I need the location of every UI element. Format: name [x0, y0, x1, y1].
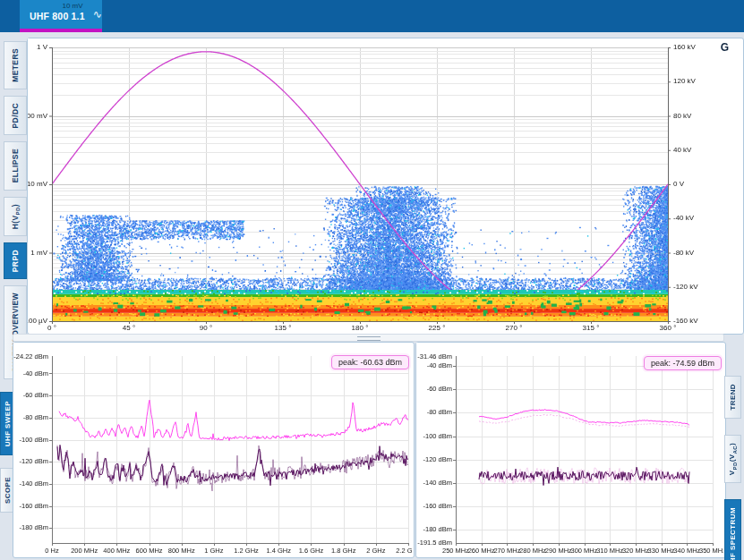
- left-tab-rail: METERS PD/DC ELLIPSE H(VPD) PRPD SYSTEM …: [3, 41, 27, 379]
- tab-meters[interactable]: METERS: [4, 41, 27, 89]
- tab-vpd-vac-label: VPD(VAC): [728, 443, 738, 475]
- top-toolbar: 10 mV UHF 800 1.1 ∿: [0, 0, 744, 32]
- uhf-spectrum-chart-canvas[interactable]: [416, 343, 723, 556]
- tab-uhf-spectrum-label: UHF SPECTRUM: [729, 507, 737, 560]
- uhf-sweep-panel: peak: -60.63 dBm: [13, 342, 415, 558]
- prpd-chart-canvas[interactable]: [28, 38, 741, 332]
- channel-tab-label: UHF 800 1.1: [30, 11, 85, 21]
- uhf-spectrum-panel: peak: -74.59 dBm: [415, 342, 726, 558]
- axis-group-label: G: [721, 41, 729, 54]
- tab-trend[interactable]: TREND: [724, 376, 741, 419]
- tab-scope-label: SCOPE: [4, 477, 12, 504]
- right-tab-rail: TREND VPD(VAC) UHF SPECTRUM: [724, 342, 744, 560]
- tab-vpd-vac[interactable]: VPD(VAC): [724, 435, 741, 483]
- tab-ellipse[interactable]: ELLIPSE: [4, 141, 27, 190]
- sweep-peak-readout: peak: -60.63 dBm: [331, 355, 409, 369]
- prpd-panel: G: [27, 38, 744, 335]
- horizontal-splitter[interactable]: [13, 334, 724, 342]
- tab-meters-label: METERS: [11, 48, 20, 82]
- tab-trend-label: TREND: [729, 384, 737, 411]
- bottom-left-tab-rail: UHF SWEEP SCOPE: [0, 342, 13, 513]
- tab-pd-dc[interactable]: PD/DC: [4, 96, 27, 135]
- tab-prpd-label: PRPD: [11, 250, 20, 272]
- tab-uhf-spectrum[interactable]: UHF SPECTRUM: [724, 499, 741, 560]
- tab-hvpd[interactable]: H(VPD): [4, 197, 27, 236]
- channel-range-value: 10 mV: [20, 0, 102, 10]
- spectrum-peak-readout: peak: -74.59 dBm: [644, 356, 722, 370]
- channel-tab-uhf800[interactable]: 10 mV UHF 800 1.1 ∿: [20, 0, 102, 32]
- tab-ellipse-label: ELLIPSE: [11, 148, 20, 182]
- tab-uhf-sweep-label: UHF SWEEP: [4, 401, 12, 446]
- application-window: 10 mV UHF 800 1.1 ∿ METERS PD/DC ELLIPSE…: [0, 0, 744, 560]
- tab-pd-dc-label: PD/DC: [11, 103, 20, 128]
- tab-prpd[interactable]: PRPD: [4, 242, 27, 279]
- tab-hvpd-label: H(VPD): [11, 204, 21, 229]
- uhf-sweep-chart-canvas[interactable]: [13, 343, 412, 556]
- sine-wave-icon: ∿: [93, 8, 102, 21]
- splitter-grip-icon: [357, 336, 381, 341]
